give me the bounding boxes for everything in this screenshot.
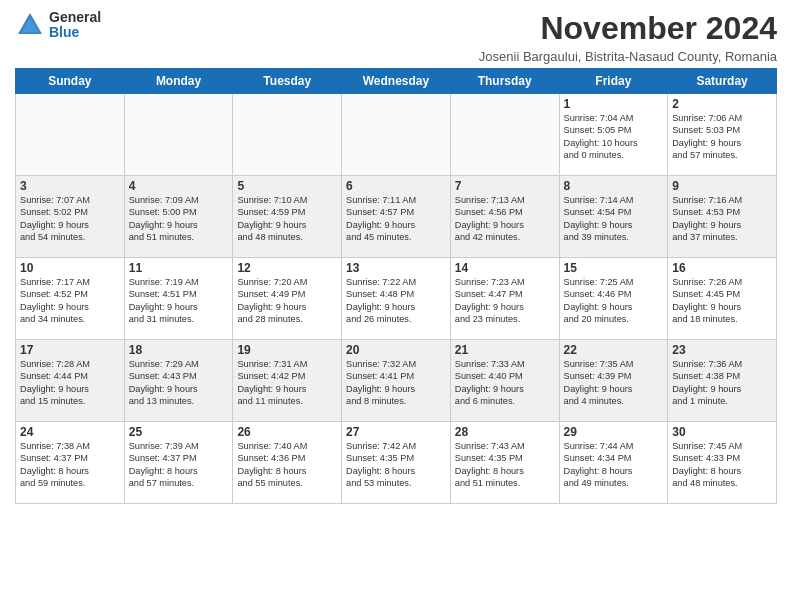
calendar-week-row: 17Sunrise: 7:28 AM Sunset: 4:44 PM Dayli… [16, 340, 777, 422]
day-detail: Sunrise: 7:45 AM Sunset: 4:33 PM Dayligh… [672, 440, 772, 490]
day-detail: Sunrise: 7:20 AM Sunset: 4:49 PM Dayligh… [237, 276, 337, 326]
logo: General Blue [15, 10, 101, 41]
day-cell: 9Sunrise: 7:16 AM Sunset: 4:53 PM Daylig… [668, 176, 777, 258]
day-detail: Sunrise: 7:26 AM Sunset: 4:45 PM Dayligh… [672, 276, 772, 326]
day-detail: Sunrise: 7:35 AM Sunset: 4:39 PM Dayligh… [564, 358, 664, 408]
header-tuesday: Tuesday [233, 69, 342, 94]
day-cell: 22Sunrise: 7:35 AM Sunset: 4:39 PM Dayli… [559, 340, 668, 422]
day-detail: Sunrise: 7:40 AM Sunset: 4:36 PM Dayligh… [237, 440, 337, 490]
day-cell: 8Sunrise: 7:14 AM Sunset: 4:54 PM Daylig… [559, 176, 668, 258]
day-number: 29 [564, 425, 664, 439]
day-detail: Sunrise: 7:42 AM Sunset: 4:35 PM Dayligh… [346, 440, 446, 490]
day-cell: 26Sunrise: 7:40 AM Sunset: 4:36 PM Dayli… [233, 422, 342, 504]
day-cell: 28Sunrise: 7:43 AM Sunset: 4:35 PM Dayli… [450, 422, 559, 504]
day-detail: Sunrise: 7:33 AM Sunset: 4:40 PM Dayligh… [455, 358, 555, 408]
calendar-week-row: 24Sunrise: 7:38 AM Sunset: 4:37 PM Dayli… [16, 422, 777, 504]
logo-icon [15, 10, 45, 40]
day-number: 17 [20, 343, 120, 357]
day-detail: Sunrise: 7:16 AM Sunset: 4:53 PM Dayligh… [672, 194, 772, 244]
day-number: 16 [672, 261, 772, 275]
header-friday: Friday [559, 69, 668, 94]
day-detail: Sunrise: 7:22 AM Sunset: 4:48 PM Dayligh… [346, 276, 446, 326]
day-number: 8 [564, 179, 664, 193]
location: Josenii Bargaului, Bistrita-Nasaud Count… [479, 49, 777, 64]
day-cell: 10Sunrise: 7:17 AM Sunset: 4:52 PM Dayli… [16, 258, 125, 340]
day-number: 15 [564, 261, 664, 275]
day-detail: Sunrise: 7:28 AM Sunset: 4:44 PM Dayligh… [20, 358, 120, 408]
day-cell [450, 94, 559, 176]
day-detail: Sunrise: 7:07 AM Sunset: 5:02 PM Dayligh… [20, 194, 120, 244]
day-detail: Sunrise: 7:38 AM Sunset: 4:37 PM Dayligh… [20, 440, 120, 490]
day-cell: 19Sunrise: 7:31 AM Sunset: 4:42 PM Dayli… [233, 340, 342, 422]
day-number: 26 [237, 425, 337, 439]
day-number: 13 [346, 261, 446, 275]
header: General Blue November 2024 Josenii Barga… [15, 10, 777, 64]
day-detail: Sunrise: 7:14 AM Sunset: 4:54 PM Dayligh… [564, 194, 664, 244]
calendar-week-row: 10Sunrise: 7:17 AM Sunset: 4:52 PM Dayli… [16, 258, 777, 340]
day-number: 25 [129, 425, 229, 439]
day-cell: 21Sunrise: 7:33 AM Sunset: 4:40 PM Dayli… [450, 340, 559, 422]
day-cell: 3Sunrise: 7:07 AM Sunset: 5:02 PM Daylig… [16, 176, 125, 258]
day-detail: Sunrise: 7:32 AM Sunset: 4:41 PM Dayligh… [346, 358, 446, 408]
day-number: 9 [672, 179, 772, 193]
day-number: 12 [237, 261, 337, 275]
logo-blue-text: Blue [49, 25, 101, 40]
day-detail: Sunrise: 7:43 AM Sunset: 4:35 PM Dayligh… [455, 440, 555, 490]
header-monday: Monday [124, 69, 233, 94]
day-number: 3 [20, 179, 120, 193]
day-detail: Sunrise: 7:09 AM Sunset: 5:00 PM Dayligh… [129, 194, 229, 244]
day-detail: Sunrise: 7:39 AM Sunset: 4:37 PM Dayligh… [129, 440, 229, 490]
title-section: November 2024 Josenii Bargaului, Bistrit… [479, 10, 777, 64]
day-cell [342, 94, 451, 176]
day-number: 22 [564, 343, 664, 357]
day-cell: 7Sunrise: 7:13 AM Sunset: 4:56 PM Daylig… [450, 176, 559, 258]
day-detail: Sunrise: 7:10 AM Sunset: 4:59 PM Dayligh… [237, 194, 337, 244]
day-detail: Sunrise: 7:23 AM Sunset: 4:47 PM Dayligh… [455, 276, 555, 326]
day-cell: 17Sunrise: 7:28 AM Sunset: 4:44 PM Dayli… [16, 340, 125, 422]
day-detail: Sunrise: 7:31 AM Sunset: 4:42 PM Dayligh… [237, 358, 337, 408]
header-wednesday: Wednesday [342, 69, 451, 94]
day-number: 10 [20, 261, 120, 275]
calendar: Sunday Monday Tuesday Wednesday Thursday… [15, 68, 777, 504]
day-number: 5 [237, 179, 337, 193]
calendar-header-row: Sunday Monday Tuesday Wednesday Thursday… [16, 69, 777, 94]
day-number: 28 [455, 425, 555, 439]
logo-text: General Blue [49, 10, 101, 41]
day-number: 4 [129, 179, 229, 193]
day-detail: Sunrise: 7:29 AM Sunset: 4:43 PM Dayligh… [129, 358, 229, 408]
day-number: 7 [455, 179, 555, 193]
day-cell: 16Sunrise: 7:26 AM Sunset: 4:45 PM Dayli… [668, 258, 777, 340]
day-cell: 5Sunrise: 7:10 AM Sunset: 4:59 PM Daylig… [233, 176, 342, 258]
day-number: 2 [672, 97, 772, 111]
day-number: 27 [346, 425, 446, 439]
day-cell: 1Sunrise: 7:04 AM Sunset: 5:05 PM Daylig… [559, 94, 668, 176]
day-detail: Sunrise: 7:44 AM Sunset: 4:34 PM Dayligh… [564, 440, 664, 490]
header-saturday: Saturday [668, 69, 777, 94]
day-detail: Sunrise: 7:36 AM Sunset: 4:38 PM Dayligh… [672, 358, 772, 408]
header-sunday: Sunday [16, 69, 125, 94]
day-cell [124, 94, 233, 176]
day-detail: Sunrise: 7:13 AM Sunset: 4:56 PM Dayligh… [455, 194, 555, 244]
day-detail: Sunrise: 7:25 AM Sunset: 4:46 PM Dayligh… [564, 276, 664, 326]
day-cell: 29Sunrise: 7:44 AM Sunset: 4:34 PM Dayli… [559, 422, 668, 504]
day-cell: 15Sunrise: 7:25 AM Sunset: 4:46 PM Dayli… [559, 258, 668, 340]
day-cell: 11Sunrise: 7:19 AM Sunset: 4:51 PM Dayli… [124, 258, 233, 340]
day-cell: 24Sunrise: 7:38 AM Sunset: 4:37 PM Dayli… [16, 422, 125, 504]
calendar-body: 1Sunrise: 7:04 AM Sunset: 5:05 PM Daylig… [16, 94, 777, 504]
day-cell: 12Sunrise: 7:20 AM Sunset: 4:49 PM Dayli… [233, 258, 342, 340]
day-number: 11 [129, 261, 229, 275]
day-number: 24 [20, 425, 120, 439]
day-cell: 25Sunrise: 7:39 AM Sunset: 4:37 PM Dayli… [124, 422, 233, 504]
day-detail: Sunrise: 7:11 AM Sunset: 4:57 PM Dayligh… [346, 194, 446, 244]
day-number: 21 [455, 343, 555, 357]
day-number: 19 [237, 343, 337, 357]
day-cell: 14Sunrise: 7:23 AM Sunset: 4:47 PM Dayli… [450, 258, 559, 340]
day-number: 30 [672, 425, 772, 439]
day-cell: 20Sunrise: 7:32 AM Sunset: 4:41 PM Dayli… [342, 340, 451, 422]
day-cell: 23Sunrise: 7:36 AM Sunset: 4:38 PM Dayli… [668, 340, 777, 422]
month-title: November 2024 [479, 10, 777, 47]
day-number: 23 [672, 343, 772, 357]
day-cell: 2Sunrise: 7:06 AM Sunset: 5:03 PM Daylig… [668, 94, 777, 176]
day-detail: Sunrise: 7:06 AM Sunset: 5:03 PM Dayligh… [672, 112, 772, 162]
day-number: 14 [455, 261, 555, 275]
